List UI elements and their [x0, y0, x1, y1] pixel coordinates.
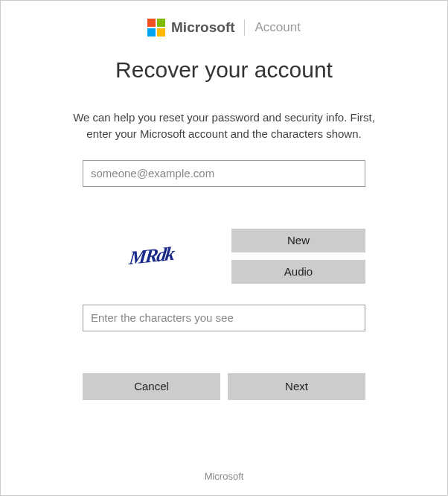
next-button[interactable]: Next — [228, 373, 365, 400]
microsoft-logo-icon — [147, 19, 165, 36]
page-header: Microsoft Account — [1, 1, 447, 45]
brand-section: Account — [255, 20, 301, 35]
captcha-input[interactable] — [83, 305, 365, 331]
cancel-button[interactable]: Cancel — [83, 373, 220, 400]
captcha-section: MRdk New Audio — [83, 229, 365, 284]
captcha-audio-button[interactable]: Audio — [231, 260, 365, 284]
main-content: Recover your account We can help you res… — [1, 45, 447, 456]
captcha-controls: New Audio — [231, 229, 365, 284]
brand-name: Microsoft — [171, 19, 235, 36]
page-title: Recover your account — [115, 57, 333, 83]
instructions-text: We can help you reset your password and … — [68, 109, 380, 142]
footer-text: Microsoft — [205, 471, 244, 482]
captcha-new-button[interactable]: New — [231, 229, 365, 252]
action-buttons: Cancel Next — [83, 373, 365, 400]
header-divider — [244, 19, 245, 36]
captcha-challenge-text: MRdk — [128, 243, 175, 270]
page-footer: Microsoft — [1, 456, 447, 495]
captcha-image: MRdk — [83, 230, 220, 282]
email-input[interactable] — [83, 160, 365, 187]
